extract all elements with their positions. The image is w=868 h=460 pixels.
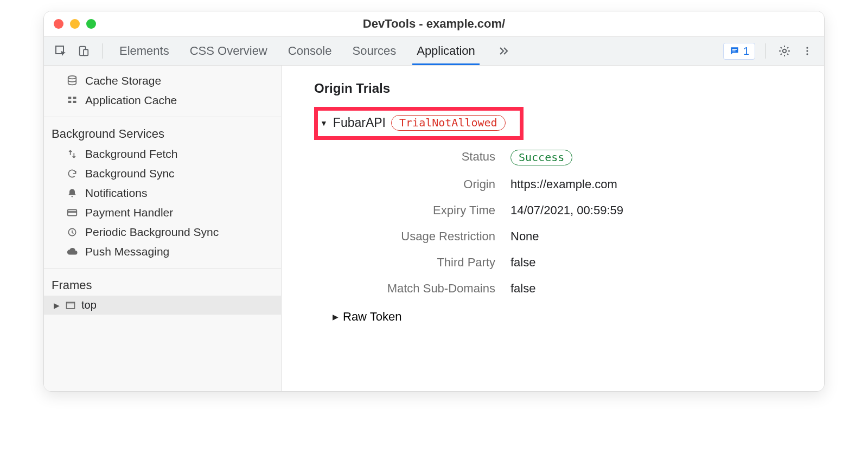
database-icon [66, 75, 79, 87]
devtools-window: DevTools - example.com/ Elements CSS Ove… [43, 11, 825, 392]
third-label: Third Party [333, 255, 495, 270]
maximize-window-button[interactable] [86, 19, 96, 29]
kebab-icon [802, 46, 813, 56]
raw-token-label: Raw Token [343, 310, 401, 324]
gear-icon [778, 44, 791, 58]
device-toolbar-button[interactable] [74, 42, 93, 60]
svg-point-6 [806, 47, 808, 49]
window-icon [65, 300, 76, 311]
credit-card-icon [66, 207, 79, 219]
close-window-button[interactable] [54, 19, 63, 29]
sidebar-header-bg: Background Services [44, 123, 281, 144]
panel-title: Origin Trials [314, 81, 802, 96]
traffic-lights [54, 19, 96, 29]
devtools-toolbar: Elements CSS Overview Console Sources Ap… [44, 36, 824, 66]
sidebar-item-frame-top[interactable]: ▶ top [44, 296, 281, 315]
sidebar-item-cache-storage[interactable]: Cache Storage [44, 71, 281, 91]
tab-elements[interactable]: Elements [118, 37, 170, 65]
sidebar-item-label: Notifications [85, 187, 147, 200]
tab-console[interactable]: Console [287, 37, 333, 65]
sidebar-item-label: Background Sync [85, 167, 175, 180]
sidebar-frames-group: Frames ▶ top [44, 268, 281, 315]
inspect-element-button[interactable] [52, 42, 70, 60]
svg-rect-10 [68, 97, 72, 99]
toolbar-divider [765, 43, 765, 59]
origin-label: Origin [333, 177, 495, 191]
panel-body: Cache Storage Application Cache Backgrou… [44, 66, 824, 391]
issues-count: 1 [743, 45, 749, 58]
bell-icon [66, 188, 79, 199]
panel-tabs: Elements CSS Overview Console Sources Ap… [118, 37, 512, 65]
svg-point-8 [806, 53, 808, 55]
svg-rect-2 [84, 49, 88, 55]
status-pill: Success [510, 150, 572, 165]
sidebar-item-periodic-sync[interactable]: Periodic Background Sync [44, 222, 281, 242]
sub-label: Match Sub-Domains [333, 282, 495, 296]
usage-label: Usage Restriction [333, 229, 495, 244]
expiry-label: Expiry Time [333, 203, 495, 218]
chevron-double-right-icon [497, 44, 510, 58]
svg-point-9 [68, 76, 76, 79]
cloud-icon [66, 246, 79, 258]
sidebar-cache-group: Cache Storage Application Cache [44, 66, 281, 117]
svg-rect-3 [732, 49, 737, 50]
svg-point-5 [783, 49, 786, 53]
more-tabs-button[interactable] [495, 37, 512, 65]
chevron-right-icon: ▶ [333, 312, 339, 321]
raw-token-toggle[interactable]: ▶ Raw Token [333, 310, 802, 324]
tab-sources[interactable]: Sources [351, 37, 397, 65]
origin-trials-panel: Origin Trials ▼ FubarAPI TrialNotAllowed… [282, 66, 824, 391]
sidebar-item-label: Application Cache [85, 94, 177, 107]
updown-icon [66, 149, 79, 159]
application-sidebar: Cache Storage Application Cache Backgrou… [44, 66, 282, 391]
trial-highlight: ▼ FubarAPI TrialNotAllowed [314, 107, 524, 140]
sidebar-item-bg-fetch[interactable]: Background Fetch [44, 144, 281, 164]
svg-rect-18 [67, 302, 75, 304]
chat-icon [729, 46, 740, 56]
status-label: Status [333, 150, 495, 165]
sidebar-item-label: Periodic Background Sync [85, 226, 219, 239]
sidebar-item-label: Push Messaging [85, 245, 169, 258]
svg-rect-15 [68, 211, 77, 213]
sidebar-item-push-messaging[interactable]: Push Messaging [44, 242, 281, 261]
sidebar-item-label: Background Fetch [85, 148, 177, 161]
clock-icon [66, 227, 79, 238]
trial-name: FubarAPI [333, 116, 386, 130]
svg-rect-13 [73, 101, 76, 103]
svg-rect-12 [68, 101, 72, 103]
issues-button[interactable]: 1 [723, 43, 755, 60]
grid-icon [66, 95, 79, 106]
sidebar-item-application-cache[interactable]: Application Cache [44, 91, 281, 110]
sync-icon [66, 168, 79, 179]
sidebar-item-notifications[interactable]: Notifications [44, 183, 281, 203]
minimize-window-button[interactable] [70, 19, 80, 29]
svg-rect-4 [732, 50, 736, 51]
frame-label: top [81, 299, 97, 311]
chevron-down-icon: ▼ [320, 119, 328, 127]
inspect-icon [54, 44, 67, 58]
titlebar: DevTools - example.com/ [44, 11, 824, 36]
trial-details: Status Success Origin https://example.co… [333, 150, 802, 296]
sub-value: false [510, 282, 802, 296]
trial-status-badge: TrialNotAllowed [391, 115, 506, 131]
trial-row[interactable]: ▼ FubarAPI TrialNotAllowed [320, 115, 506, 131]
sidebar-item-label: Cache Storage [85, 74, 161, 87]
svg-point-7 [806, 50, 808, 52]
sidebar-item-payment-handler[interactable]: Payment Handler [44, 203, 281, 222]
svg-rect-11 [73, 97, 76, 99]
devices-icon [78, 45, 90, 57]
third-value: false [510, 255, 802, 270]
settings-button[interactable] [775, 42, 794, 60]
tab-css-overview[interactable]: CSS Overview [189, 37, 269, 65]
more-options-button[interactable] [798, 42, 816, 60]
sidebar-item-label: Payment Handler [85, 206, 173, 219]
sidebar-bg-group: Background Services Background Fetch Bac… [44, 117, 281, 268]
origin-value: https://example.com [510, 177, 802, 191]
usage-value: None [510, 229, 802, 244]
expiry-value: 14/07/2021, 00:59:59 [510, 203, 802, 218]
status-value: Success [510, 150, 802, 165]
tab-application[interactable]: Application [416, 37, 476, 65]
toolbar-divider [103, 43, 103, 59]
chevron-right-icon: ▶ [54, 301, 60, 310]
sidebar-item-bg-sync[interactable]: Background Sync [44, 164, 281, 183]
